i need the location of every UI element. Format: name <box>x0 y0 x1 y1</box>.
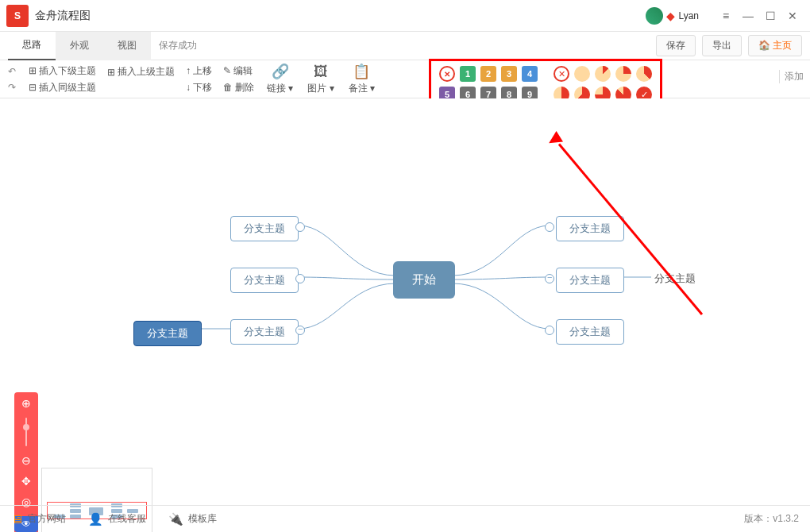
marker-1[interactable]: 1 <box>460 66 476 82</box>
footer-templates[interactable]: 🔌模板库 <box>168 512 217 526</box>
progress-clear[interactable]: ✕ <box>554 66 569 82</box>
node-r2[interactable]: 分支主题 <box>556 268 624 293</box>
node-r1[interactable]: 分支主题 <box>556 216 624 241</box>
link-icon: 🔗 <box>272 63 289 80</box>
save-status: 保存成功 <box>159 39 197 52</box>
progress-0[interactable] <box>574 66 590 82</box>
monitor-icon: 🖥 <box>11 512 23 526</box>
progress-25[interactable] <box>615 66 631 82</box>
insert-sup-topic[interactable]: ⊞ 插入上级主题 <box>107 65 175 79</box>
image-button[interactable]: 🖼图片 ▾ <box>307 64 334 95</box>
footer: 🖥官方网站 👤在线客服 🔌模板库 版本：v1.3.2 <box>0 505 810 532</box>
tab-mindmap[interactable]: 思路 <box>8 32 56 60</box>
zoom-in-icon[interactable]: ⊕ <box>21 397 31 410</box>
titlebar: S 金舟流程图 ◆ Lyan ≡ — ☐ ✕ <box>0 0 810 32</box>
zoom-out-icon[interactable]: ⊖ <box>21 454 31 467</box>
vip-icon: ◆ <box>666 10 675 22</box>
undo-icon[interactable]: ↶ <box>8 66 16 77</box>
home-label: 主页 <box>773 40 792 51</box>
conn-l3[interactable] <box>295 326 305 335</box>
delete-button[interactable]: 🗑 删除 <box>223 81 254 94</box>
link-button[interactable]: 🔗链接 ▾ <box>267 63 293 95</box>
conn-r3[interactable] <box>545 326 554 335</box>
save-button[interactable]: 保存 <box>656 35 696 56</box>
insert-sibling-topic[interactable]: ⊟ 插入同级主题 <box>29 81 96 94</box>
fit-icon[interactable]: ✥ <box>21 475 31 488</box>
insert-sub-topic[interactable]: ⊞ 插入下级主题 <box>29 64 96 78</box>
zoom-slider[interactable] <box>25 418 27 446</box>
marker-3[interactable]: 3 <box>501 66 517 82</box>
conn-l1[interactable] <box>295 222 305 232</box>
node-r3[interactable]: 分支主题 <box>556 319 624 345</box>
node-center[interactable]: 开始 <box>393 261 455 299</box>
footer-service[interactable]: 👤在线客服 <box>88 512 146 526</box>
canvas[interactable]: 开始 分支主题 分支主题 分支主题 分支主题 分支主题 分支主题 分支主题 分支… <box>0 98 810 472</box>
tabbar: 思路 外观 视图 保存成功 保存 导出 🏠 主页 <box>0 32 810 60</box>
tab-view[interactable]: 视图 <box>103 32 151 60</box>
note-button[interactable]: 📋备注 ▾ <box>349 63 375 95</box>
close-icon[interactable]: ✕ <box>781 5 804 27</box>
minimize-icon[interactable]: — <box>737 5 759 27</box>
username[interactable]: Lyan <box>678 10 699 21</box>
menu-icon[interactable]: ≡ <box>715 5 737 27</box>
node-l2[interactable]: 分支主题 <box>230 268 299 293</box>
app-title: 金舟流程图 <box>35 9 646 23</box>
progress-12[interactable] <box>595 66 611 82</box>
add-field[interactable]: 添加 <box>779 70 804 83</box>
conn-l2[interactable] <box>295 274 305 283</box>
app-logo: S <box>6 5 29 27</box>
version-label: 版本：v1.3.2 <box>744 512 799 526</box>
toolbar: ↶ ↷ ⊞ 插入下级主题 ⊟ 插入同级主题 ⊞ 插入上级主题 ↑ 上移 ↓ 下移… <box>0 60 810 98</box>
avatar[interactable] <box>646 7 663 25</box>
footer-site[interactable]: 🖥官方网站 <box>11 512 66 526</box>
redo-icon[interactable]: ↷ <box>8 82 16 93</box>
tab-appearance[interactable]: 外观 <box>56 32 103 60</box>
home-button[interactable]: 🏠 主页 <box>748 35 802 56</box>
plug-icon: 🔌 <box>168 512 183 526</box>
headset-icon: 👤 <box>88 512 103 526</box>
node-l3-child[interactable]: 分支主题 <box>133 321 202 346</box>
marker-4[interactable]: 4 <box>522 66 538 82</box>
image-icon: 🖼 <box>314 64 328 80</box>
progress-37[interactable] <box>636 66 652 82</box>
maximize-icon[interactable]: ☐ <box>759 5 781 27</box>
move-down[interactable]: ↓ 下移 <box>186 81 212 94</box>
move-up[interactable]: ↑ 上移 <box>186 64 212 78</box>
edit-button[interactable]: ✎ 编辑 <box>223 64 254 78</box>
node-l1[interactable]: 分支主题 <box>230 216 299 241</box>
conn-r1[interactable] <box>545 222 554 232</box>
marker-2[interactable]: 2 <box>480 66 496 82</box>
conn-r2[interactable] <box>545 274 554 283</box>
node-l3[interactable]: 分支主题 <box>230 319 299 345</box>
note-icon: 📋 <box>353 63 370 80</box>
export-button[interactable]: 导出 <box>702 35 742 56</box>
marker-clear-1[interactable]: ✕ <box>439 66 455 82</box>
